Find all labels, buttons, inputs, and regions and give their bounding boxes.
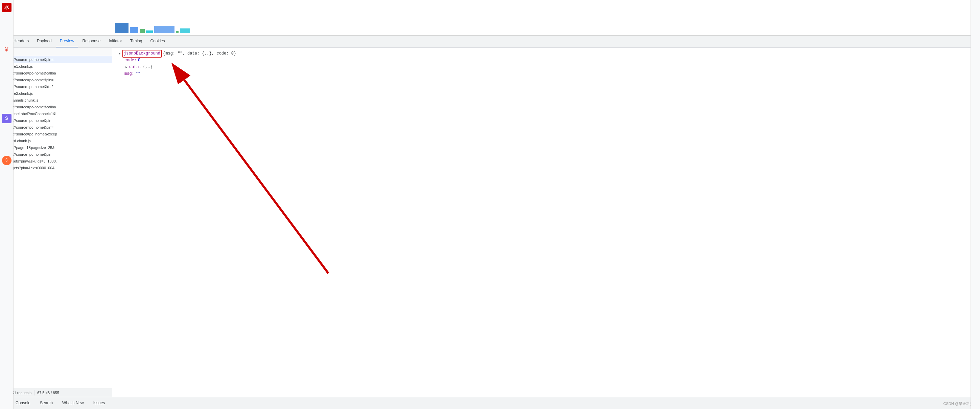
file-item-4[interactable]: JS get?source=pc-home&id=2. <box>0 83 112 90</box>
file-name-10: get?source=pc-home&pin=. <box>9 125 54 129</box>
devtools-panel: × Headers Payload Preview Response Initi… <box>0 35 980 397</box>
file-name-16: mgets?pin=&ext=0000100& <box>9 166 55 170</box>
data-key: data: <box>129 64 142 70</box>
file-name-8: sceneLabel?mcChannel=1&i. <box>9 112 57 116</box>
status-divider <box>34 390 35 395</box>
app-icon-circle[interactable]: C <box>0 153 14 168</box>
jsonp-background-key: jsonpBackground <box>124 51 160 56</box>
file-name-9: get?source=pc-home&pin=. <box>9 118 54 123</box>
file-list[interactable]: JS get?source=pc-home&pin=. JS core1.chu… <box>0 56 112 388</box>
file-name-4: get?source=pc-home&id=2. <box>9 85 54 89</box>
file-item-6[interactable]: JS channels.chunk.js <box>0 97 112 104</box>
jsonp-value: {msg: "", data: {,…}, code: 0} <box>163 50 236 57</box>
file-name-13: get?page=1&pagesize=25& <box>9 145 55 150</box>
app-icon-sheet[interactable]: S <box>0 111 14 126</box>
file-item-0[interactable]: JS get?source=pc-home&pin=. <box>0 56 112 63</box>
file-name-3: get?source=pc-home&pin=. <box>9 78 54 82</box>
file-name-14: get?source=pc-home&pin=. <box>9 152 54 157</box>
tab-cookies[interactable]: Cookies <box>146 35 169 47</box>
status-bar: 35 / 251 requests 67.5 kB / 855 <box>0 388 112 397</box>
root-expand-arrow[interactable] <box>118 52 122 56</box>
right-sidebar <box>970 0 980 409</box>
code-key: code: <box>124 57 137 64</box>
file-item-5[interactable]: JS core2.chunk.js <box>0 90 112 97</box>
tab-response[interactable]: Response <box>78 35 105 47</box>
file-item-2[interactable]: JS get?source=pc-home&callba <box>0 70 112 77</box>
file-item-16[interactable]: JS mgets?pin=&ext=0000100& <box>0 165 112 171</box>
json-code-line: code: 0 <box>118 57 975 64</box>
file-name-0: get?source=pc-home&pin=. <box>9 58 54 62</box>
tab-payload[interactable]: Payload <box>33 35 56 47</box>
file-item-7[interactable]: JS get?source=pc-home&callba <box>0 104 112 110</box>
code-value: 0 <box>138 57 140 64</box>
app-sidebar: 水 ¥ S C <box>0 0 14 409</box>
app-icon-red: 水 <box>2 3 11 12</box>
data-value: {,…} <box>143 64 153 70</box>
file-item-12[interactable]: JS feed.chunk.js <box>0 137 112 144</box>
tab-preview[interactable]: Preview <box>56 35 78 47</box>
file-name-11: get?source=pc_home&excep <box>9 132 57 136</box>
timeline-area <box>0 0 980 35</box>
circle-icon: C <box>2 156 11 165</box>
outer-app: × Headers Payload Preview Response Initi… <box>0 0 980 409</box>
file-list-panel: Name JS get?source=pc-home&pin=. JS core… <box>0 48 112 397</box>
water-icon-label: 水 <box>5 5 9 11</box>
size-info: 67.5 kB / 855 <box>37 391 59 395</box>
preview-panel: jsonpBackground {msg: "", data: {,…}, co… <box>112 48 980 397</box>
file-item-1[interactable]: JS core1.chunk.js <box>0 63 112 70</box>
data-expand-arrow[interactable] <box>124 66 129 69</box>
bottom-tab-bar: ⋮ Console Search What's New Issues <box>0 397 980 409</box>
file-item-10[interactable]: JS get?source=pc-home&pin=. <box>0 124 112 131</box>
tab-initiator[interactable]: Initiator <box>105 35 126 47</box>
tab-bar: × Headers Payload Preview Response Initi… <box>0 35 980 48</box>
yen-icon-label: ¥ <box>5 46 8 53</box>
jsonp-key-highlight: jsonpBackground <box>123 50 162 58</box>
main-split: Name JS get?source=pc-home&pin=. JS core… <box>0 48 980 397</box>
bottom-tab-console[interactable]: Console <box>11 397 35 409</box>
bottom-tab-whatsnew[interactable]: What's New <box>58 397 88 409</box>
json-msg-line: msg: "" <box>118 71 975 78</box>
msg-key: msg: <box>124 71 134 77</box>
app-icon-yen[interactable]: ¥ <box>0 42 14 57</box>
json-root-line: jsonpBackground {msg: "", data: {,…}, co… <box>118 50 975 57</box>
sheet-icon: S <box>2 114 11 123</box>
file-item-13[interactable]: JS get?page=1&pagesize=25& <box>0 144 112 151</box>
file-name-15: mgets?pin=&skuIds=J_1000. <box>9 159 57 163</box>
file-item-9[interactable]: JS get?source=pc-home&pin=. <box>0 117 112 124</box>
preview-content: jsonpBackground {msg: "", data: {,…}, co… <box>112 48 980 397</box>
msg-value: "" <box>135 71 140 77</box>
bottom-tab-search[interactable]: Search <box>36 397 57 409</box>
file-list-header: Name <box>0 48 112 56</box>
file-item-11[interactable]: JS get?source=pc_home&excep <box>0 131 112 137</box>
timeline-bars <box>111 3 980 33</box>
app-icon-water[interactable]: 水 <box>0 0 14 15</box>
file-item-15[interactable]: JS mgets?pin=&skuIds=J_1000. <box>0 158 112 165</box>
tab-timing[interactable]: Timing <box>126 35 146 47</box>
file-name-7: get?source=pc-home&callba <box>9 105 56 109</box>
file-item-14[interactable]: JS get?source=pc-home&pin=. <box>0 151 112 158</box>
json-data-line: data: {,…} <box>118 64 975 71</box>
bottom-tab-issues[interactable]: Issues <box>89 397 109 409</box>
file-name-2: get?source=pc-home&callba <box>9 71 56 75</box>
file-item-3[interactable]: JS get?source=pc-home&pin=. <box>0 77 112 83</box>
file-item-8[interactable]: JS sceneLabel?mcChannel=1&i. <box>0 110 112 117</box>
